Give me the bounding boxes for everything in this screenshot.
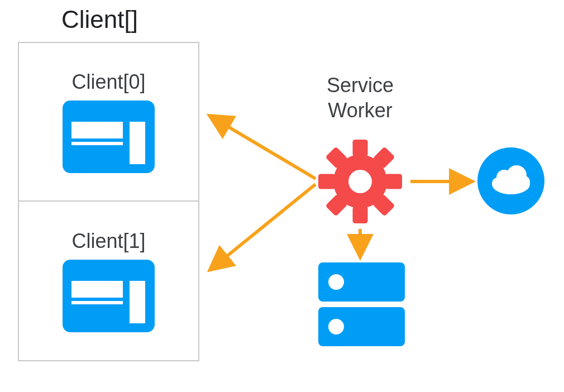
client-0-label: Client[0] [71, 70, 145, 94]
svg-rect-10 [353, 207, 368, 223]
svg-point-17 [348, 170, 372, 193]
svg-rect-7 [130, 281, 145, 323]
svg-point-25 [328, 274, 344, 290]
clients-container: Client[0] Client[1] [18, 42, 199, 361]
client-1-label: Client[1] [71, 230, 145, 253]
svg-rect-2 [71, 142, 123, 145]
svg-rect-11 [318, 174, 335, 189]
svg-point-22 [517, 175, 530, 189]
service-worker-label: Service Worker [304, 73, 416, 123]
cloud-icon [477, 147, 544, 214]
browser-window-icon [63, 101, 155, 173]
client-0-cell: Client[0] [19, 43, 198, 202]
client-1-cell: Client[1] [19, 202, 198, 360]
gear-icon [318, 140, 402, 223]
server-icon [318, 262, 405, 346]
svg-rect-5 [71, 281, 123, 298]
svg-rect-9 [353, 140, 368, 156]
svg-point-23 [492, 178, 503, 189]
clients-title: Client[] [61, 6, 138, 34]
svg-point-27 [328, 319, 344, 334]
diagram-canvas: Client[] Client[0] Client[1] [0, 0, 564, 392]
svg-rect-3 [130, 122, 145, 164]
svg-rect-1 [71, 122, 123, 138]
svg-rect-12 [385, 174, 402, 189]
svg-rect-6 [71, 301, 123, 304]
arrow-sw-to-client0 [212, 117, 316, 179]
browser-window-icon [63, 260, 155, 332]
arrow-sw-to-client1 [212, 184, 316, 268]
